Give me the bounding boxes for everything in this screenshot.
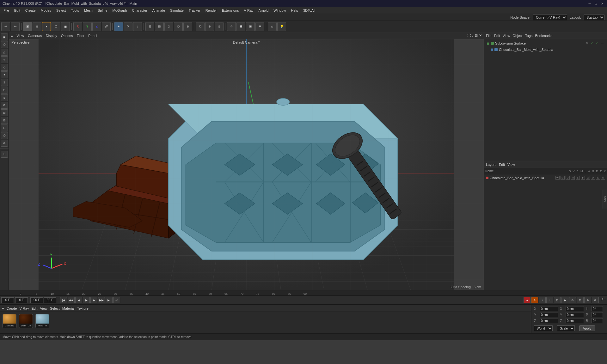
current-frame-input2[interactable]	[15, 297, 28, 303]
ls-btn-curve[interactable]: ⟳	[1, 102, 8, 109]
mat-dark-choc[interactable]: Dark_Ch	[19, 314, 33, 328]
soft-sel-button[interactable]: ❋	[255, 22, 264, 31]
menu-select[interactable]: Select	[54, 8, 68, 13]
mat-menu-select[interactable]: Select	[50, 306, 60, 310]
del-key-button[interactable]: ⊡	[554, 297, 561, 303]
mat-menu-texture[interactable]: Texture	[77, 306, 89, 310]
vp-menu-view[interactable]: View	[16, 34, 24, 38]
camera-button[interactable]: ⊡	[155, 22, 164, 31]
vp-menu-options[interactable]: Options	[61, 34, 73, 38]
y-pos-input2[interactable]	[566, 312, 584, 317]
subdiv-dots-icon[interactable]: ⋯	[600, 41, 604, 46]
layer-play-icon[interactable]: ▶	[581, 176, 585, 180]
ls-btn-2[interactable]: ⬡	[1, 41, 8, 48]
menu-extensions[interactable]: Extensions	[220, 8, 241, 13]
ls-btn-s3[interactable]: S	[1, 94, 8, 101]
null-button[interactable]: ⊞	[145, 22, 154, 31]
z-pos-input[interactable]	[540, 318, 558, 323]
menu-animate[interactable]: Animate	[150, 8, 167, 13]
prev-frame-button[interactable]: ◀◀	[68, 297, 75, 303]
rotate-tool-button[interactable]: ↕	[133, 22, 142, 31]
vp-menu-icon[interactable]: ≡	[11, 34, 13, 38]
loop-button[interactable]: ↩	[113, 297, 120, 303]
vp-menu-display[interactable]: Display	[46, 34, 57, 38]
ls-btn-s1[interactable]: S	[1, 79, 8, 86]
menu-character[interactable]: Character	[130, 8, 149, 13]
play-button[interactable]: ▶	[83, 297, 90, 303]
ls-btn-grid[interactable]: ⊞	[1, 109, 8, 116]
vp-menu-filter[interactable]: Filter	[77, 34, 84, 38]
layer-eye-icon[interactable]: 👁	[555, 176, 560, 180]
p-input[interactable]	[592, 312, 603, 317]
vp-render-icon[interactable]: ↓	[472, 33, 474, 38]
obj-menu-bookmarks[interactable]: Bookmarks	[535, 34, 552, 38]
key-red-button[interactable]: ●	[524, 297, 530, 303]
light-button[interactable]: ⊙	[164, 22, 173, 31]
layer-render-icon[interactable]: ⊙	[566, 176, 570, 180]
paint-button[interactable]: ⬢	[236, 22, 245, 31]
mat-menu-create[interactable]: Create	[6, 306, 17, 310]
menu-vray[interactable]: V-Ray	[242, 8, 256, 13]
mat-mold[interactable]: Mold_M	[35, 314, 49, 328]
menu-window[interactable]: Window	[271, 8, 288, 13]
next-frame-button[interactable]: ▶▶	[98, 297, 105, 303]
ls-btn-s2[interactable]: S	[1, 87, 8, 94]
magnet-button[interactable]: ⊠	[246, 22, 255, 31]
vp-close-icon[interactable]: ✕	[479, 33, 482, 38]
mat-menu-icon[interactable]: ≡	[2, 306, 4, 310]
z-pos-input2[interactable]	[566, 318, 584, 323]
sel-key-button[interactable]: ▶	[561, 297, 568, 303]
ls-btn-5[interactable]: ◇	[1, 64, 8, 71]
layer-l-icon[interactable]: L	[576, 176, 580, 180]
move-tool-button[interactable]: ✦	[114, 22, 123, 31]
x-axis-button[interactable]: X	[73, 22, 82, 31]
play-sound-button[interactable]: ♪	[539, 297, 546, 303]
sky-button[interactable]: ⊕	[183, 22, 192, 31]
vp-menu-panel[interactable]: Panel	[88, 34, 97, 38]
prev-key-button[interactable]: ◀	[75, 297, 82, 303]
y-axis-button[interactable]: Y	[83, 22, 92, 31]
mat-menu-vray[interactable]: V-Ray	[19, 306, 29, 310]
layer-x-icon[interactable]: ⊕	[601, 176, 605, 180]
add-key-button[interactable]: +	[546, 297, 553, 303]
menu-help[interactable]: Help	[289, 8, 300, 13]
menu-simulate[interactable]: Simulate	[168, 8, 186, 13]
ls-btn-deform[interactable]: ⊡	[1, 117, 8, 124]
ls-btn-extra1[interactable]: L	[1, 151, 8, 158]
h-input[interactable]	[592, 306, 603, 311]
layer-d-icon[interactable]: D	[591, 176, 595, 180]
light-bulb-button[interactable]: 💡	[277, 22, 286, 31]
x-pos-input[interactable]	[540, 306, 558, 311]
layer-m-icon[interactable]: M	[571, 176, 575, 180]
go-end-button[interactable]: ▶|	[106, 297, 113, 303]
vp-menu-cameras[interactable]: Cameras	[28, 34, 42, 38]
point-mode-button[interactable]: ●	[42, 22, 51, 31]
ls-btn-scene[interactable]: ⊙	[1, 124, 8, 131]
vp-settings-icon[interactable]: ⊡	[475, 33, 478, 38]
layer-g-icon[interactable]: G	[586, 176, 590, 180]
menu-tracker[interactable]: Tracker	[187, 8, 203, 13]
scale-select[interactable]: Scale	[557, 325, 575, 331]
grid-button[interactable]: ⧈	[268, 22, 277, 31]
viewport-canvas[interactable]: X Y Z Perspective Default Camera:* Grid …	[9, 39, 484, 290]
ls-btn-3[interactable]: △	[1, 49, 8, 56]
ls-btn-4[interactable]: ○	[1, 56, 8, 63]
layer-e-icon[interactable]: E	[596, 176, 600, 180]
vertical-scroll-tab[interactable]: SAPL	[603, 190, 607, 209]
render-view-button[interactable]: ⧉	[196, 22, 205, 31]
b-input[interactable]	[592, 318, 603, 323]
render-settings-button[interactable]: ⊗	[215, 22, 224, 31]
layers-menu-view[interactable]: View	[507, 163, 515, 167]
mat-menu-edit[interactable]: Edit	[31, 306, 37, 310]
obj-menu-edit[interactable]: Edit	[494, 34, 500, 38]
maximize-button[interactable]: □	[594, 1, 598, 6]
obj-item-subdivision[interactable]: ◼ Subdivision Surface 👁 ✓ ✓ ⋯	[485, 40, 606, 46]
snap-button[interactable]: ✧	[227, 22, 236, 31]
texture-mode-button[interactable]: ⊕	[33, 22, 41, 31]
menu-3dtoall[interactable]: 3DToAll	[301, 8, 317, 13]
timeline-settings-button[interactable]: ⊛	[584, 297, 591, 303]
obj-menu-file[interactable]: File	[486, 34, 492, 38]
world-select[interactable]: World Object	[534, 325, 553, 331]
minimize-button[interactable]: ─	[587, 1, 592, 6]
w-axis-button[interactable]: W	[102, 22, 111, 31]
